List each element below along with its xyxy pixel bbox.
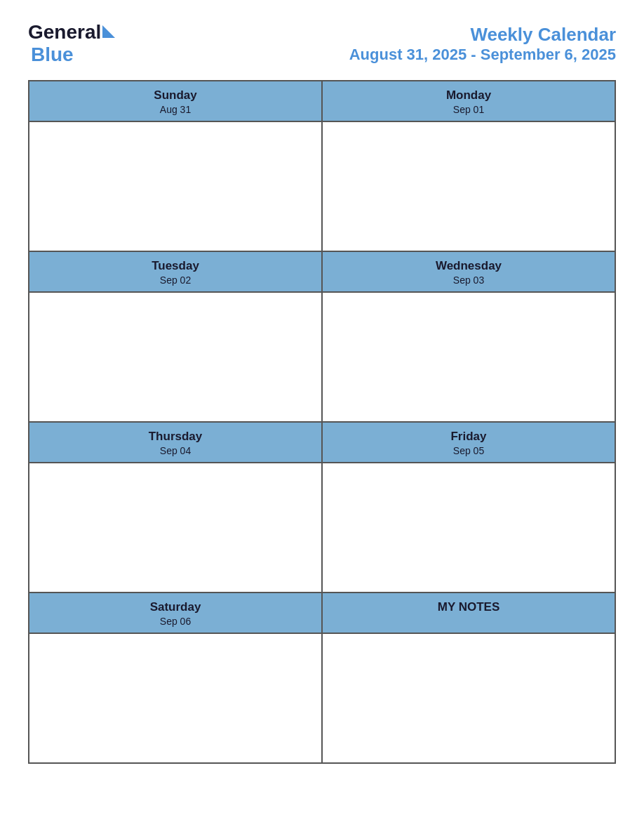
calendar-date-range: August 31, 2025 - September 6, 2025 xyxy=(349,46,616,64)
weekly-calendar: Sunday Aug 31 Monday Sep 01 Tuesday Sep … xyxy=(28,80,616,764)
monday-date: Sep 01 xyxy=(323,104,615,115)
monday-label: Monday xyxy=(323,88,615,102)
calendar-row-4-header: Saturday Sep 06 MY NOTES xyxy=(29,593,615,633)
wednesday-label: Wednesday xyxy=(323,259,615,273)
logo-blue-text: Blue xyxy=(31,44,74,66)
calendar-row-2-body xyxy=(29,292,615,422)
calendar-row-3-body xyxy=(29,463,615,593)
wednesday-date: Sep 03 xyxy=(323,274,615,286)
sunday-date: Aug 31 xyxy=(29,104,321,115)
friday-header: Friday Sep 05 xyxy=(322,422,615,463)
logo: General Blue xyxy=(28,21,115,66)
sunday-cell[interactable] xyxy=(29,121,322,251)
my-notes-header: MY NOTES xyxy=(322,593,615,633)
sunday-label: Sunday xyxy=(29,88,321,102)
thursday-header: Thursday Sep 04 xyxy=(29,422,322,463)
my-notes-label: MY NOTES xyxy=(323,600,615,614)
friday-date: Sep 05 xyxy=(323,445,615,456)
friday-label: Friday xyxy=(323,430,615,444)
monday-header: Monday Sep 01 xyxy=(322,81,615,121)
wednesday-cell[interactable] xyxy=(322,292,615,422)
page-header: General Blue Weekly Calendar August 31, … xyxy=(28,21,616,66)
tuesday-label: Tuesday xyxy=(29,259,321,273)
notes-cell[interactable] xyxy=(322,633,615,763)
saturday-cell[interactable] xyxy=(29,633,322,763)
saturday-header: Saturday Sep 06 xyxy=(29,593,322,633)
thursday-cell[interactable] xyxy=(29,463,322,593)
wednesday-header: Wednesday Sep 03 xyxy=(322,251,615,292)
calendar-row-1-header: Sunday Aug 31 Monday Sep 01 xyxy=(29,81,615,121)
tuesday-header: Tuesday Sep 02 xyxy=(29,251,322,292)
calendar-row-4-body xyxy=(29,633,615,763)
thursday-date: Sep 04 xyxy=(29,445,321,456)
friday-cell[interactable] xyxy=(322,463,615,593)
saturday-label: Saturday xyxy=(29,600,321,614)
sunday-header: Sunday Aug 31 xyxy=(29,81,322,121)
calendar-row-3-header: Thursday Sep 04 Friday Sep 05 xyxy=(29,422,615,463)
tuesday-date: Sep 02 xyxy=(29,274,321,286)
saturday-date: Sep 06 xyxy=(29,616,321,627)
calendar-row-2-header: Tuesday Sep 02 Wednesday Sep 03 xyxy=(29,251,615,292)
logo-general-text: General xyxy=(28,21,101,44)
calendar-title: Weekly Calendar xyxy=(349,24,616,46)
calendar-title-block: Weekly Calendar August 31, 2025 - Septem… xyxy=(349,24,616,64)
logo-triangle-icon xyxy=(102,25,115,38)
thursday-label: Thursday xyxy=(29,430,321,444)
tuesday-cell[interactable] xyxy=(29,292,322,422)
calendar-row-1-body xyxy=(29,121,615,251)
monday-cell[interactable] xyxy=(322,121,615,251)
